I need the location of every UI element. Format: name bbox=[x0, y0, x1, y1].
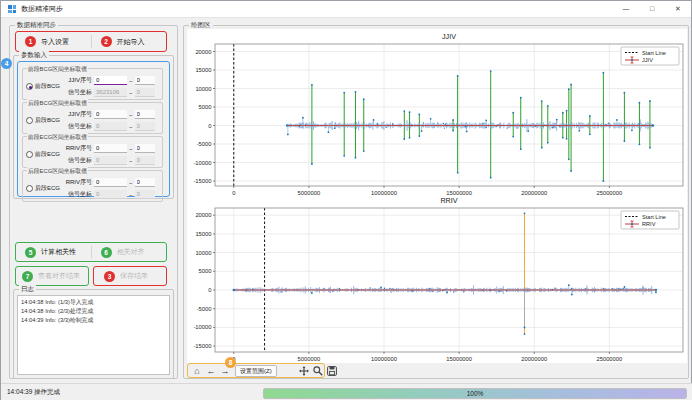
app-icon bbox=[8, 5, 16, 13]
radio-circle[interactable] bbox=[26, 117, 33, 124]
svg-text:-15000: -15000 bbox=[193, 343, 211, 349]
param-section-ecg-front: 前段ECG区间坐标取值 前段ECG RRIV序号 ~ 信号坐标 ~ bbox=[22, 136, 163, 168]
charts-svg: 0500000010000000150000002000000025000000… bbox=[187, 29, 687, 363]
radio-circle[interactable] bbox=[26, 151, 33, 158]
svg-text:5000000: 5000000 bbox=[298, 190, 321, 196]
view-result-box: 7 查看对齐结果 bbox=[15, 266, 89, 286]
window-title: 数据精准同步 bbox=[21, 4, 63, 14]
log-entry: 14:04:38 Info: (1/3)导入完成 bbox=[21, 298, 166, 307]
correlation-buttons-box: 5 计算相关性 6 相关对齐 bbox=[15, 242, 167, 262]
field-label: RRIV序号 bbox=[64, 178, 92, 187]
radio-circle[interactable] bbox=[26, 83, 33, 90]
jjiv-index-to-input[interactable] bbox=[135, 110, 155, 119]
rriv-index-from-input[interactable] bbox=[94, 178, 127, 187]
field-label: JJIV序号 bbox=[64, 110, 92, 119]
field-label: JJIV序号 bbox=[64, 76, 92, 85]
jjiv-index-from-input[interactable] bbox=[94, 110, 127, 119]
jjiv-index-to-input[interactable] bbox=[135, 76, 155, 85]
signal-coord-from-input[interactable] bbox=[94, 88, 127, 97]
save-icon[interactable] bbox=[327, 366, 337, 376]
badge-2: 2 bbox=[101, 36, 112, 47]
svg-text:10000: 10000 bbox=[195, 250, 211, 256]
svg-text:10000: 10000 bbox=[195, 86, 211, 92]
signal-coord-to-input[interactable] bbox=[135, 88, 155, 97]
zoom-icon[interactable] bbox=[313, 366, 323, 376]
svg-text:0: 0 bbox=[208, 123, 211, 129]
badge-4: 4 bbox=[1, 58, 12, 69]
correlation-align-button[interactable]: 6 相关对齐 bbox=[92, 243, 167, 261]
svg-text:15000000: 15000000 bbox=[446, 356, 472, 362]
set-range-button[interactable]: 设置范围(Z) bbox=[235, 365, 277, 377]
svg-text:-5000: -5000 bbox=[197, 141, 212, 147]
rriv-index-from-input[interactable] bbox=[94, 144, 127, 153]
progress-bar: 100% bbox=[263, 388, 687, 399]
view-align-result-button[interactable]: 7 查看对齐结果 bbox=[16, 267, 88, 285]
compute-correlation-button[interactable]: 5 计算相关性 bbox=[16, 243, 91, 261]
signal-coord-to-input[interactable] bbox=[135, 156, 155, 165]
pan-icon[interactable] bbox=[299, 366, 309, 376]
badge-3: 3 bbox=[104, 271, 115, 282]
maximize-button[interactable]: □ bbox=[639, 1, 665, 17]
plot-panel-title: 绘图区 bbox=[189, 21, 213, 28]
svg-text:Start Line: Start Line bbox=[642, 214, 666, 220]
svg-text:15000: 15000 bbox=[195, 231, 211, 237]
status-bar: 14:04:39 操作完成 100% bbox=[1, 383, 692, 400]
radio-bcg-front[interactable]: 前段BCG bbox=[26, 82, 60, 91]
svg-text:10000000: 10000000 bbox=[371, 190, 397, 196]
field-label: 信号坐标 bbox=[64, 122, 92, 131]
svg-text:0: 0 bbox=[208, 287, 211, 293]
left-panel-title: 数据精准同步 bbox=[15, 21, 58, 28]
status-message: 14:04:39 操作完成 bbox=[7, 388, 60, 397]
svg-text:5000: 5000 bbox=[199, 104, 212, 110]
import-settings-button[interactable]: 1 导入设置 bbox=[16, 32, 91, 51]
plot-toolbar: ⌂ ← → 设置范围(Z) bbox=[187, 363, 687, 379]
signal-coord-to-input[interactable] bbox=[135, 190, 155, 199]
app-window: 数据精准同步 — □ ✕ 数据精准同步 1 导入设置 2 开始导入 参数输入 前… bbox=[0, 0, 692, 400]
field-label: RRIV序号 bbox=[64, 144, 92, 153]
start-import-button[interactable]: 2 开始导入 bbox=[92, 32, 167, 51]
rriv-index-to-input[interactable] bbox=[135, 178, 155, 187]
param-section-ecg-rear: 后段ECG区间坐标取值 后段ECG RRIV序号 ~ 信号坐标 ~ bbox=[22, 170, 163, 202]
svg-text:20000: 20000 bbox=[195, 212, 211, 218]
svg-text:15000: 15000 bbox=[195, 67, 211, 73]
svg-text:5000000: 5000000 bbox=[298, 356, 321, 362]
log-area[interactable]: 14:04:38 Info: (1/3)导入完成 14:04:38 Info: … bbox=[17, 295, 170, 375]
svg-text:JJIV: JJIV bbox=[442, 32, 456, 41]
svg-text:RRIV: RRIV bbox=[642, 221, 656, 227]
signal-coord-to-input[interactable] bbox=[135, 122, 155, 131]
svg-text:25000000: 25000000 bbox=[596, 190, 622, 196]
svg-text:-15000: -15000 bbox=[193, 178, 211, 184]
badge-5: 5 bbox=[25, 247, 36, 258]
svg-text:-5000: -5000 bbox=[197, 306, 212, 312]
radio-bcg-rear[interactable]: 后段BCG bbox=[26, 116, 60, 125]
save-result-box: 3 保存结果 bbox=[93, 266, 167, 286]
signal-coord-from-input[interactable] bbox=[94, 190, 127, 199]
svg-text:RRIV: RRIV bbox=[440, 196, 457, 205]
badge-8: 8 bbox=[225, 357, 236, 368]
radio-ecg-rear[interactable]: 后段ECG bbox=[26, 184, 60, 193]
title-bar: 数据精准同步 — □ ✕ bbox=[1, 1, 691, 18]
signal-coord-from-input[interactable] bbox=[94, 156, 127, 165]
svg-text:10000000: 10000000 bbox=[371, 356, 397, 362]
params-highlight-box: 前段BCG区间坐标取值 前段BCG JJIV序号 ~ 信号坐标 ~ 后段BCG区… bbox=[17, 61, 170, 197]
rriv-index-to-input[interactable] bbox=[135, 144, 155, 153]
field-label: 信号坐标 bbox=[64, 88, 92, 97]
save-result-button[interactable]: 3 保存结果 bbox=[94, 267, 166, 285]
progress-label: 100% bbox=[264, 389, 686, 399]
badge-1: 1 bbox=[25, 36, 36, 47]
svg-text:20000000: 20000000 bbox=[521, 190, 547, 196]
jjiv-index-from-input[interactable] bbox=[94, 76, 127, 85]
svg-text:-10000: -10000 bbox=[193, 160, 211, 166]
import-buttons-box: 1 导入设置 2 开始导入 bbox=[15, 31, 167, 52]
svg-text:0: 0 bbox=[232, 190, 235, 196]
signal-coord-from-input[interactable] bbox=[94, 122, 127, 131]
close-button[interactable]: ✕ bbox=[665, 1, 691, 17]
figure-canvas[interactable]: 0500000010000000150000002000000025000000… bbox=[187, 29, 687, 363]
svg-text:Start Line: Start Line bbox=[642, 50, 666, 56]
log-group-title: 日志 bbox=[19, 285, 36, 292]
radio-circle[interactable] bbox=[26, 185, 33, 192]
minimize-button[interactable]: — bbox=[613, 1, 639, 17]
badge-6: 6 bbox=[101, 247, 112, 258]
radio-ecg-front[interactable]: 前段ECG bbox=[26, 150, 60, 159]
badge-7: 7 bbox=[22, 271, 33, 282]
